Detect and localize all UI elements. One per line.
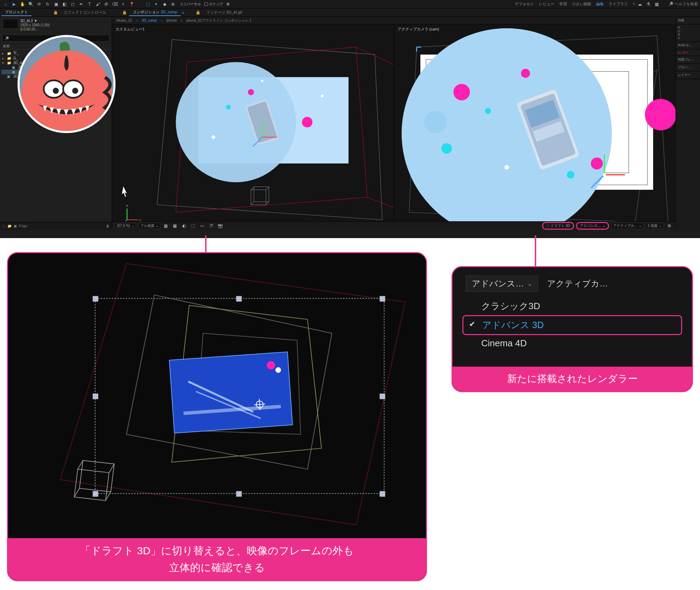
- lock-icon[interactable]: 🔒: [122, 10, 127, 15]
- clone-tool-icon[interactable]: ⮺: [103, 1, 110, 8]
- ram-line: RAM か…: [676, 42, 700, 49]
- svg-point-56: [603, 173, 606, 176]
- transparency-grid-icon[interactable]: ▩: [172, 222, 178, 229]
- workspace-default[interactable]: デフォルト: [515, 1, 534, 7]
- gizmo-mode-icon[interactable]: ⊕: [169, 1, 176, 8]
- shape-tool-icon[interactable]: ◻: [69, 1, 76, 8]
- interpret-icon[interactable]: ⬚: [2, 224, 5, 228]
- pan-behind-tool-icon[interactable]: ◧: [61, 1, 68, 8]
- svg-point-39: [521, 69, 530, 78]
- workspace-learn[interactable]: 学習: [559, 1, 567, 7]
- rotate-tool-icon[interactable]: ↻: [44, 1, 51, 8]
- properties-panel-tab[interactable]: プロパ…: [676, 64, 700, 71]
- draft-3d-toggle[interactable]: ⬚ ドラフト 3D: [542, 222, 574, 230]
- guides-icon[interactable]: ▭: [199, 222, 206, 229]
- renderer-dropdown-button[interactable]: アドバンス… ⌄: [466, 276, 538, 292]
- ram-line: 同期フレ…: [676, 56, 700, 64]
- camera-tool-icon[interactable]: ▣: [52, 1, 59, 8]
- zoom-dropdown[interactable]: (57.5 %)⌄: [115, 223, 136, 228]
- svg-rect-79: [380, 394, 385, 399]
- panel-tab-strip: プロジェクト 🔒 エフェクトコントロール 🔒 コンポジション 3D_comp ≡…: [0, 8, 700, 17]
- breadcrumb[interactable]: iphone: [164, 18, 179, 23]
- renderer-option-advanced[interactable]: ✔ アドバンス 3D: [462, 315, 682, 335]
- info-panel-tab[interactable]: 情報: [676, 17, 700, 25]
- new-folder-icon[interactable]: 📁: [7, 224, 12, 228]
- svg-marker-93: [74, 469, 109, 501]
- chevron-down-icon: ⌄: [527, 280, 532, 287]
- viewport-custom-view[interactable]: カスタムビュー1: [112, 25, 394, 221]
- workspace-overflow-icon[interactable]: »: [633, 1, 635, 7]
- svg-point-9: [211, 135, 215, 139]
- orbit-tool-icon[interactable]: ⟳: [36, 1, 43, 8]
- workspace-small[interactable]: 小さい画面: [572, 1, 591, 7]
- share-icon[interactable]: ☁: [636, 1, 643, 8]
- svg-line-19: [251, 187, 254, 190]
- snapshot-icon[interactable]: 📷: [217, 222, 224, 229]
- region-icon[interactable]: ⬚: [190, 222, 197, 229]
- col-name-header[interactable]: 名前: [3, 44, 10, 49]
- grid-icon[interactable]: ▦: [653, 1, 660, 8]
- renderer-dropdown[interactable]: アドバンス…⌄: [576, 222, 609, 230]
- breadcrumb[interactable]: hikaku_01: [114, 18, 134, 23]
- svg-rect-80: [93, 491, 98, 497]
- effect-controls-tab[interactable]: エフェクトコントロール: [60, 9, 110, 16]
- mask-toggle-icon[interactable]: ◐: [181, 222, 188, 229]
- camera-dropdown[interactable]: アクティブカ…⌄: [611, 223, 644, 229]
- active-camera-dropdown[interactable]: アクティブカ…: [546, 276, 614, 291]
- project-header: 3D_AI 2 ▼ 1920 x 1080 (1.00) Δ 0:00:29…: [0, 17, 112, 33]
- workspace-tabs: デフォルト レビュー 学習 小さい画面 編集 ライブラリ »: [515, 1, 635, 7]
- lock-icon[interactable]: 🔒: [53, 10, 58, 15]
- layer-panel-tab[interactable]: レイヤー: [676, 71, 700, 79]
- resolution-dropdown[interactable]: フル画質⌄: [138, 223, 160, 229]
- pen-tool-icon[interactable]: ✒: [78, 1, 85, 8]
- renderer-option-classic[interactable]: クラシック3D: [462, 297, 682, 315]
- snap-options-icon[interactable]: ⚙: [224, 1, 231, 8]
- local-axis-icon[interactable]: ⬚: [144, 1, 151, 8]
- close-icon[interactable]: ≡: [182, 11, 184, 15]
- svg-point-44: [567, 171, 574, 178]
- svg-point-38: [453, 84, 470, 100]
- new-comp-icon[interactable]: ▣: [14, 224, 17, 228]
- brush-tool-icon[interactable]: 🖌: [94, 1, 102, 8]
- workspace-review[interactable]: レビュー: [539, 1, 554, 7]
- lock-icon[interactable]: 🔒: [196, 10, 201, 15]
- draft-3d-callout: 「ドラフト 3D」に切り替えると、映像のフレームの外も 立体的に確認できる: [7, 252, 427, 581]
- composition-viewer: hikaku_01 ‹ 3D_comp ‹ iphone ‹ phone_01ア…: [112, 17, 676, 230]
- mascot-avatar: [18, 35, 115, 133]
- breadcrumb[interactable]: phone_01アウトライン コンポジション 1: [184, 18, 253, 24]
- workspace-edit[interactable]: 編集: [596, 1, 604, 7]
- beaker-icon[interactable]: ⚗: [645, 1, 652, 8]
- roto-tool-icon[interactable]: ✧: [120, 1, 127, 8]
- bpc-toggle[interactable]: 8 bpc: [19, 224, 27, 228]
- hand-tool-icon[interactable]: ✋: [19, 1, 26, 8]
- project-panel-tab[interactable]: プロジェクト: [1, 9, 31, 16]
- renderer-option-cinema4d[interactable]: Cinema 4D: [462, 335, 682, 352]
- type-tool-icon[interactable]: T: [86, 1, 93, 8]
- svg-text:Y: Y: [126, 204, 128, 208]
- view-axis-icon[interactable]: ◆: [161, 1, 168, 8]
- svg-point-57: [645, 99, 676, 130]
- fast-preview-icon[interactable]: ▦: [162, 222, 169, 229]
- puppet-tool-icon[interactable]: 📍: [128, 1, 135, 8]
- footage-tab[interactable]: フッテージ 3D_AI.gif: [203, 9, 246, 16]
- workspace-library[interactable]: ライブラリ: [609, 1, 628, 7]
- home-icon[interactable]: ⌂: [2, 1, 9, 8]
- selection-tool-icon[interactable]: ▶: [10, 1, 18, 8]
- timecode-icon[interactable]: ⏱: [208, 222, 215, 229]
- universal-label: ユニバーサル: [178, 2, 203, 7]
- eraser-tool-icon[interactable]: ⌫: [111, 1, 118, 8]
- snap-toggle[interactable]: スナップ: [204, 2, 223, 7]
- svg-rect-78: [93, 394, 98, 399]
- zoom-tool-icon[interactable]: 🔍: [27, 1, 34, 8]
- world-axis-icon[interactable]: ✦: [153, 1, 160, 8]
- composition-tab[interactable]: コンポジション 3D_comp: [129, 9, 181, 16]
- trash-icon[interactable]: 🗑: [106, 224, 110, 228]
- help-search[interactable]: 🔎 ヘルプを検索: [668, 1, 698, 7]
- viewport-active-camera[interactable]: アクティブカメラ (cam): [394, 25, 676, 221]
- svg-point-45: [424, 111, 446, 133]
- viewer-options-icon[interactable]: ⚙: [666, 222, 673, 229]
- breadcrumb[interactable]: 3D_comp: [140, 18, 159, 23]
- viewport-label: カスタムビュー1: [115, 27, 145, 32]
- view-layout-dropdown[interactable]: 2 画面⌄: [646, 223, 664, 229]
- svg-rect-76: [236, 296, 242, 301]
